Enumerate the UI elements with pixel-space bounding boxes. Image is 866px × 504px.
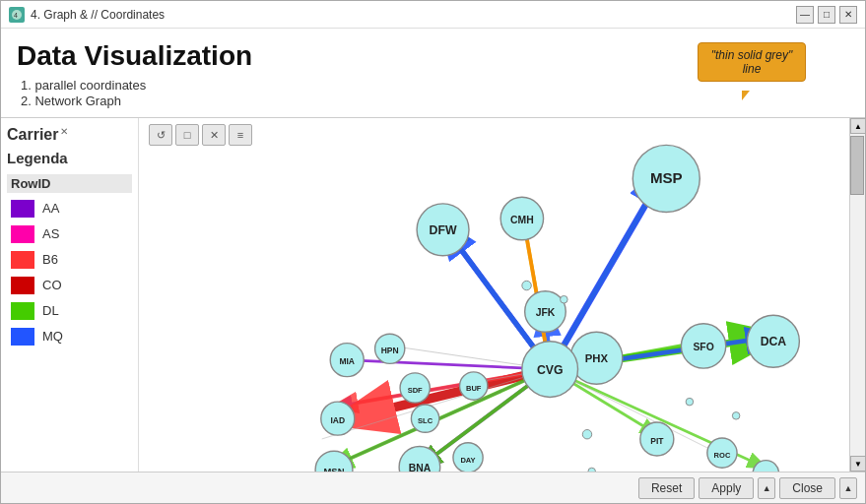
close-up-arrow[interactable]: ▲ (839, 477, 857, 499)
svg-point-74 (522, 281, 531, 289)
legend-color-as (11, 225, 34, 243)
legend-item-as: AS (7, 224, 132, 244)
svg-text:MIA: MIA (339, 356, 355, 366)
legend-label-as: AS (42, 226, 59, 241)
toolbar-menu-btn[interactable]: ≡ (229, 124, 252, 146)
legend-label-mq: MQ (42, 329, 63, 344)
svg-text:PIT: PIT (650, 436, 664, 446)
svg-text:DCA: DCA (761, 335, 787, 348)
svg-text:MSP: MSP (650, 169, 683, 186)
toolbar-delete-btn[interactable]: ✕ (202, 124, 226, 146)
legend-item-mq: MQ (7, 327, 132, 346)
scrollbar-thumb[interactable] (850, 136, 864, 195)
sidebar-close-icon[interactable]: ✕ (60, 126, 68, 137)
svg-text:DFW: DFW (430, 223, 457, 237)
window-title: 4. Graph & // Coordinates (31, 8, 796, 22)
subtitle-list: 1. parallel coordinates 2. Network Graph (17, 78, 849, 108)
legend-item-dl: DL (7, 301, 132, 321)
svg-text:JFK: JFK (536, 307, 556, 318)
sidebar-subtitle: Legenda (7, 150, 132, 166)
legend-color-co (11, 277, 34, 294)
svg-text:BUF: BUF (466, 384, 482, 393)
main-window: 4 4. Graph & // Coordinates — □ ✕ Data V… (0, 0, 866, 504)
svg-point-78 (588, 468, 596, 472)
tooltip-callout: "thin solid grey" line (698, 42, 806, 82)
scrollbar-up-btn[interactable]: ▲ (850, 118, 865, 134)
graph-area[interactable]: ↺ □ ✕ ≡ (139, 118, 849, 472)
scrollbar-track[interactable] (850, 134, 865, 456)
right-scrollbar[interactable]: ▲ ▼ (849, 118, 865, 472)
svg-text:HPN: HPN (381, 346, 399, 355)
svg-text:SLC: SLC (418, 416, 433, 425)
legend-color-dl (11, 302, 34, 320)
svg-text:ROC: ROC (714, 451, 731, 460)
scrollbar-down-btn[interactable]: ▼ (850, 456, 865, 472)
legend-color-aa (11, 200, 34, 218)
sidebar-header: Carrier ✕ (7, 126, 132, 144)
svg-text:CMH: CMH (510, 215, 534, 225)
svg-text:PHX: PHX (585, 352, 609, 364)
legend-label-aa: AA (42, 201, 59, 216)
legend-item-aa: AA (7, 199, 132, 219)
legend-item-b6: B6 (7, 250, 132, 270)
window-icon: 4 (9, 7, 25, 23)
svg-text:MSN: MSN (324, 466, 345, 472)
network-graph-svg: MSP DFW CMH DCA SFO PHX (139, 118, 849, 472)
svg-point-79 (732, 412, 740, 420)
legend-color-b6 (11, 251, 34, 269)
legend-label-co: CO (42, 278, 62, 292)
svg-point-76 (582, 429, 591, 438)
svg-text:SDF: SDF (408, 386, 423, 395)
legend-label-b6: B6 (42, 252, 58, 267)
legend-item-co: CO (7, 276, 132, 295)
reset-button[interactable]: Reset (638, 477, 695, 499)
svg-text:CVG: CVG (537, 363, 564, 377)
svg-text:DAY: DAY (460, 456, 475, 465)
sidebar-title: Carrier (7, 126, 58, 144)
header-section: Data Visualization 1. parallel coordinat… (1, 29, 865, 117)
apply-up-arrow[interactable]: ▲ (758, 477, 775, 499)
graph-toolbar: ↺ □ ✕ ≡ (149, 124, 252, 146)
svg-text:4: 4 (14, 12, 18, 19)
title-bar: 4 4. Graph & // Coordinates — □ ✕ (1, 1, 865, 29)
legend-col-header: RowID (7, 174, 132, 193)
toolbar-reset-btn[interactable]: ↺ (149, 124, 172, 146)
apply-button[interactable]: Apply (699, 477, 754, 499)
content-area: Data Visualization 1. parallel coordinat… (1, 29, 865, 503)
bottom-bar: Reset Apply ▲ Close ▲ (1, 472, 865, 503)
minimize-button[interactable]: — (796, 6, 814, 24)
maximize-button[interactable]: □ (818, 6, 835, 24)
legend-color-mq (11, 328, 34, 346)
window-controls: — □ ✕ (796, 6, 857, 24)
legend-label-dl: DL (42, 303, 59, 318)
close-button[interactable]: Close (779, 477, 835, 499)
svg-point-80 (686, 398, 694, 406)
toolbar-select-btn[interactable]: □ (175, 124, 199, 146)
main-panel: Carrier ✕ Legenda RowID AA AS B6 (1, 117, 865, 472)
list-item-2: 2. Network Graph (21, 94, 849, 108)
carrier-legend-sidebar: Carrier ✕ Legenda RowID AA AS B6 (1, 118, 139, 472)
svg-text:SFO: SFO (693, 342, 713, 352)
svg-text:IAD: IAD (330, 415, 345, 425)
svg-point-75 (561, 295, 568, 303)
svg-text:BNA: BNA (409, 463, 432, 472)
close-button[interactable]: ✕ (839, 6, 857, 24)
